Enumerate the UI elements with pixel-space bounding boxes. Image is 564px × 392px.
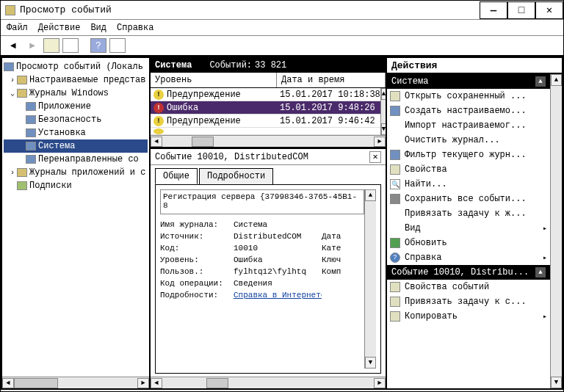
collapse-icon[interactable]: ▲ xyxy=(535,76,546,87)
folder-open-icon xyxy=(390,91,400,101)
list-vscroll[interactable]: ▲ ▼ xyxy=(380,88,386,135)
maximize-button[interactable]: □ xyxy=(507,1,535,19)
tree-application[interactable]: Приложение xyxy=(4,100,148,113)
folder-icon xyxy=(17,76,27,84)
forward-button[interactable]: ► xyxy=(24,38,40,53)
tab-details[interactable]: Подробности xyxy=(199,168,273,184)
folder-icon xyxy=(17,89,27,98)
copy-icon xyxy=(390,311,400,322)
col-level[interactable]: Уровень xyxy=(151,73,277,87)
error-icon: ! xyxy=(153,103,164,113)
expand-icon[interactable]: › xyxy=(8,169,17,177)
log-icon xyxy=(26,142,36,150)
action-properties[interactable]: Свойства xyxy=(387,162,550,177)
detail-close-button[interactable]: ✕ xyxy=(369,151,381,163)
tree-panel: Просмотр событий (Локаль › Настраиваемые… xyxy=(2,58,149,388)
tree-root[interactable]: Просмотр событий (Локаль xyxy=(4,60,148,73)
actions-section-event: Событие 10010, Distribu... ▲ xyxy=(387,265,550,280)
scroll-left-icon[interactable]: ◄ xyxy=(2,378,14,388)
collapse-icon[interactable]: ⌄ xyxy=(8,89,17,98)
expand-icon[interactable]: › xyxy=(8,76,17,84)
actions-vscroll[interactable]: ▲ ▼ xyxy=(550,74,562,388)
tree-forwarded[interactable]: Перенаправленные со xyxy=(4,153,148,166)
action-save-all[interactable]: Сохранить все событи... xyxy=(387,192,550,206)
list-row[interactable]: ! Ошибка 15.01.2017 9:48:26 xyxy=(151,101,380,115)
tab-general[interactable]: Общие xyxy=(155,168,198,184)
tree-security[interactable]: Безопасность xyxy=(4,113,148,126)
help-icon[interactable]: ? xyxy=(90,38,106,53)
computer-icon xyxy=(4,62,14,71)
action-import-custom[interactable]: Импорт настраиваемог... xyxy=(387,118,550,133)
action-copy[interactable]: Копировать▸ xyxy=(387,309,550,324)
close-button[interactable]: ✕ xyxy=(535,1,563,19)
detail-vscroll[interactable]: ▲ ▼ xyxy=(364,189,376,369)
collapse-icon[interactable]: ▲ xyxy=(535,267,546,277)
tree-app-services[interactable]: › Журналы приложений и с xyxy=(4,166,148,179)
tree-custom-views[interactable]: › Настраиваемые представ xyxy=(4,73,148,87)
scroll-right-icon[interactable]: ► xyxy=(374,378,386,388)
log-icon xyxy=(26,102,36,111)
minimize-button[interactable]: — xyxy=(480,1,507,19)
tree: Просмотр событий (Локаль › Настраиваемые… xyxy=(2,58,149,377)
back-button[interactable]: ◄ xyxy=(5,38,21,53)
tree-hscroll[interactable]: ◄ ► xyxy=(2,377,149,388)
work-area: Просмотр событий (Локаль › Настраиваемые… xyxy=(1,57,563,390)
menu-view[interactable]: Вид xyxy=(90,23,106,33)
scroll-left-icon[interactable]: ◄ xyxy=(151,378,162,388)
col-date[interactable]: Дата и время xyxy=(277,73,386,87)
list-row[interactable]: ! Предупреждение 15.01.2017 10:18:38 xyxy=(151,88,380,101)
action-view[interactable]: Вид▸ xyxy=(387,221,550,236)
action-help[interactable]: ?Справка▸ xyxy=(387,250,550,265)
scroll-up-icon[interactable]: ▲ xyxy=(381,88,386,100)
action-refresh[interactable]: Обновить xyxy=(387,236,550,250)
subscription-icon xyxy=(17,181,27,190)
folder-icon xyxy=(17,168,27,177)
list-row[interactable] xyxy=(151,128,380,135)
detail-description: Регистрация сервера {37998346-3765-45B1-… xyxy=(160,189,364,214)
toolbar-list-icon[interactable] xyxy=(109,38,126,53)
scroll-down-icon[interactable]: ▼ xyxy=(551,377,562,388)
menu-file[interactable]: Файл xyxy=(7,23,28,33)
action-attach-task[interactable]: Привязать задачу к ж... xyxy=(387,206,550,221)
toolbar-grid-icon[interactable] xyxy=(62,38,79,53)
submenu-icon: ▸ xyxy=(543,224,547,233)
scroll-up-icon[interactable]: ▲ xyxy=(551,74,562,86)
actions-section-system: Система ▲ xyxy=(387,74,550,89)
toolbar: ◄ ► ? xyxy=(1,36,563,57)
events-panel: Система Событий: 33 821 Уровень Дата и в… xyxy=(151,58,386,388)
help-link[interactable]: Справка в Интернете xyxy=(234,291,322,300)
window-title: Просмотр событий xyxy=(20,4,480,15)
scroll-right-icon[interactable]: ► xyxy=(137,378,149,388)
menu-help[interactable]: Справка xyxy=(117,23,153,33)
scroll-down-icon[interactable]: ▼ xyxy=(381,123,386,135)
detail-hscroll[interactable]: ◄ ► xyxy=(151,377,386,388)
action-clear-log[interactable]: Очистить журнал... xyxy=(387,133,550,148)
scroll-left-icon[interactable]: ◄ xyxy=(151,137,162,147)
list-hscroll[interactable]: ◄ ► xyxy=(151,135,386,147)
tree-system[interactable]: Система xyxy=(4,139,148,153)
detail-fields: Имя журнала: Система Источник: Distribut… xyxy=(160,220,364,300)
menu-action[interactable]: Действие xyxy=(38,23,81,33)
action-create-custom[interactable]: Создать настраиваемо... xyxy=(387,104,550,118)
refresh-icon xyxy=(390,238,400,248)
action-open-saved[interactable]: Открыть сохраненный ... xyxy=(387,89,550,104)
log-icon xyxy=(26,115,36,124)
detail-title: Событие 10010, DistributedCOM xyxy=(155,152,369,162)
properties-icon xyxy=(390,282,400,292)
event-rows: ! Предупреждение 15.01.2017 10:18:38 ! О… xyxy=(151,88,380,135)
action-attach-task-event[interactable]: Привязать задачу к с... xyxy=(387,294,550,309)
action-filter[interactable]: Фильтр текущего журн... xyxy=(387,148,550,162)
scroll-down-icon[interactable]: ▼ xyxy=(365,357,376,369)
tree-setup[interactable]: Установка xyxy=(4,126,148,139)
scroll-right-icon[interactable]: ► xyxy=(374,137,386,147)
action-event-properties[interactable]: Свойства событий xyxy=(387,280,550,294)
funnel-icon xyxy=(390,106,400,116)
warning-icon xyxy=(153,128,164,134)
list-row[interactable]: ! Предупреждение 15.01.2017 9:46:42 xyxy=(151,115,380,128)
toolbar-folder-icon[interactable] xyxy=(43,38,59,53)
tree-windows-logs[interactable]: ⌄ Журналы Windows xyxy=(4,87,148,100)
list-header: Система Событий: 33 821 xyxy=(151,58,386,73)
action-find[interactable]: 🔍Найти... xyxy=(387,177,550,192)
scroll-up-icon[interactable]: ▲ xyxy=(365,189,376,201)
tree-subscriptions[interactable]: Подписки xyxy=(4,179,148,192)
